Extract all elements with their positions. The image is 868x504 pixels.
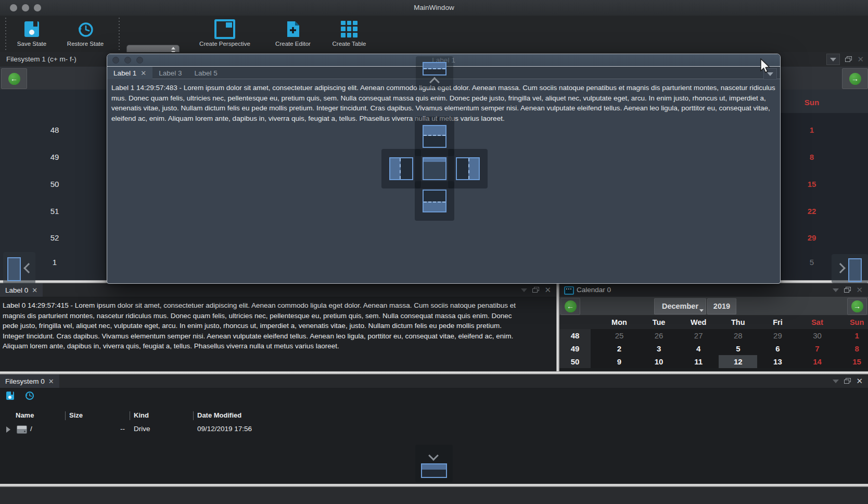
calendar-day-cell[interactable]: 29	[758, 329, 797, 342]
calendar-day-cell[interactable]: 5	[719, 342, 757, 355]
calendar-day-cell[interactable]: 14	[798, 355, 837, 368]
sunday-date[interactable]: 29	[794, 233, 830, 244]
calendar-day-cell[interactable]: 6	[758, 342, 797, 355]
calendar-day-cell[interactable]: 10	[640, 355, 678, 368]
filesystem0-titlebar[interactable]: Filesystem 0 ✕ ✕	[0, 374, 868, 388]
prev-month-button[interactable]: ←	[560, 298, 580, 315]
calendar-day-cell[interactable]: 27	[679, 329, 718, 342]
tab-menu-button[interactable]	[763, 68, 777, 80]
filesystem1-title: Filesystem 1 (c+ m- f-)	[6, 52, 76, 67]
calendar-day-cell[interactable]: 2	[600, 342, 639, 355]
left-arrow-icon: ←	[8, 73, 20, 85]
day-header-mon: Mon	[599, 316, 639, 329]
month-button[interactable]: December	[654, 298, 706, 314]
sunday-column-header: Sun	[794, 98, 830, 108]
create-editor-label: Create Editor	[275, 41, 311, 47]
file-size: --	[99, 425, 125, 433]
float-button[interactable]	[844, 287, 851, 293]
window-title: MainWindow	[0, 0, 868, 16]
chevron-down-icon[interactable]	[833, 288, 839, 292]
week-number: 49	[39, 153, 70, 163]
drop-indicator-right-edge[interactable]	[832, 254, 868, 283]
calendar-day-cell[interactable]: 4	[679, 342, 718, 355]
save-state-label: Save State	[17, 41, 46, 47]
float-button[interactable]	[845, 56, 852, 62]
create-perspective-button[interactable]: Create Perspective	[188, 17, 261, 51]
calendar0-day-header-row: MonTueWedThuFriSatSun	[559, 316, 868, 329]
sunday-date[interactable]: 1	[794, 125, 830, 136]
close-tab-icon[interactable]: ✕	[32, 286, 37, 294]
close-tab-icon[interactable]: ✕	[141, 69, 146, 77]
close-button[interactable]: ✕	[856, 285, 863, 295]
calendar-day-cell[interactable]: 1	[838, 329, 868, 342]
calendar-day-cell[interactable]: 12	[719, 355, 757, 368]
calendar-day-cell[interactable]: 30	[798, 329, 837, 342]
window-titlebar[interactable]: MainWindow	[0, 0, 868, 16]
column-divider	[65, 411, 66, 420]
calendar-day-cell[interactable]: 7	[798, 342, 837, 355]
next-month-button[interactable]: →	[847, 298, 867, 315]
calendar-next-month-button[interactable]: →	[842, 68, 868, 89]
calendar0-nav-bar: ← December 2019 →	[559, 297, 868, 316]
calendar-day-cell[interactable]: 3	[640, 342, 678, 355]
toolbar-separator	[5, 18, 6, 50]
calendar-day-cell[interactable]: 28	[719, 329, 757, 342]
sunday-date[interactable]: 5	[794, 258, 830, 268]
create-table-label: Create Table	[333, 41, 366, 47]
calendar-day-cell[interactable]: 9	[600, 355, 639, 368]
tab-label0[interactable]: Label 0 ✕	[0, 283, 43, 297]
restore-button[interactable]	[24, 390, 34, 400]
tab-label3[interactable]: Label 3	[152, 67, 188, 79]
tab-label5[interactable]: Label 5	[188, 67, 224, 79]
column-header-date-modified[interactable]: Date Modified	[197, 411, 241, 419]
sunday-date[interactable]: 22	[794, 207, 830, 217]
calendar-prev-month-button[interactable]: ←	[1, 68, 27, 89]
drop-indicator-bottom[interactable]	[415, 181, 454, 221]
main-toolbar: Save State Restore State Create Perspect…	[0, 16, 868, 53]
calendar0-titlebar[interactable]: Calendar 0 ✕	[559, 283, 868, 297]
day-header-tue: Tue	[639, 316, 679, 329]
restore-state-button[interactable]: Restore State	[58, 17, 112, 51]
tab-menu-button[interactable]	[826, 54, 840, 65]
calendar-day-cell[interactable]: 26	[640, 329, 678, 342]
week-number: 50	[39, 180, 70, 190]
close-button[interactable]: ✕	[544, 285, 551, 295]
tab-label: Label 1	[113, 69, 136, 77]
drop-indicator-bottom-edge[interactable]	[415, 445, 453, 482]
save-state-button[interactable]: Save State	[10, 17, 53, 51]
calendar-day-cell[interactable]: 13	[758, 355, 797, 368]
calendar-day-cell[interactable]: 8	[838, 342, 868, 355]
calendar-day-cell[interactable]: 15	[838, 355, 868, 368]
expand-caret-icon[interactable]	[6, 426, 10, 433]
chevron-down-icon[interactable]	[833, 380, 839, 383]
float-button[interactable]	[844, 378, 851, 384]
create-table-button[interactable]: Create Table	[325, 17, 373, 51]
save-button[interactable]	[6, 392, 14, 400]
float-button[interactable]	[532, 287, 539, 293]
drop-indicator-top-edge[interactable]	[416, 56, 453, 89]
column-header-kind[interactable]: Kind	[134, 411, 149, 419]
label0-titlebar[interactable]: Label 0 ✕ ✕	[0, 283, 556, 297]
column-header-name[interactable]: Name	[16, 411, 34, 419]
week-number: 48	[39, 125, 70, 136]
week-number: 49	[559, 342, 591, 355]
month-label: December	[662, 302, 698, 310]
column-header-size[interactable]: Size	[69, 411, 83, 419]
tab-filesystem0[interactable]: Filesystem 0 ✕	[0, 374, 59, 388]
filesystem0-titlebar-buttons: ✕	[833, 375, 863, 387]
drop-indicator-left-edge[interactable]	[3, 252, 35, 284]
sunday-date[interactable]: 8	[794, 153, 830, 163]
create-editor-button[interactable]: Create Editor	[264, 17, 322, 51]
tab-label1[interactable]: Label 1✕	[107, 67, 152, 79]
calendar-day-cell[interactable]: 25	[600, 329, 639, 342]
close-tab-icon[interactable]: ✕	[48, 377, 54, 385]
calendar-day-cell[interactable]: 11	[679, 355, 718, 368]
sunday-date[interactable]: 15	[794, 180, 830, 190]
calendar-week-row: 482526272829301	[559, 329, 868, 342]
left-arrow-icon	[23, 263, 34, 273]
close-button[interactable]: ✕	[857, 55, 864, 64]
close-button[interactable]: ✕	[856, 376, 863, 386]
chevron-down-icon[interactable]	[521, 288, 527, 292]
table-row[interactable]: /--Drive09/12/2019 17:56	[0, 423, 868, 436]
year-button[interactable]: 2019	[707, 298, 736, 314]
